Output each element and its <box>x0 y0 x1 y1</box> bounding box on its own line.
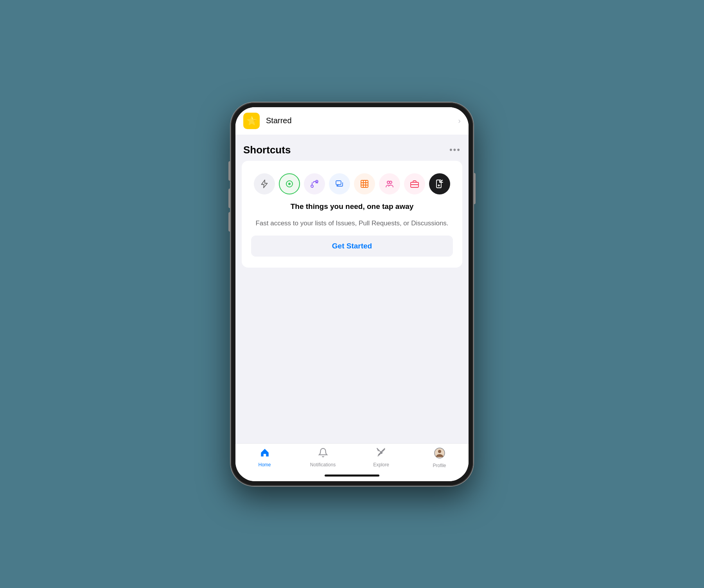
svg-rect-14 <box>436 180 441 188</box>
explore-tab-label: Explore <box>373 462 389 468</box>
shortcuts-header: Shortcuts ••• <box>235 141 469 161</box>
svg-rect-5 <box>361 180 368 187</box>
new-file-icon[interactable] <box>429 173 450 194</box>
tab-bar: Home Notifications <box>235 443 469 471</box>
lightning-icon[interactable] <box>254 173 275 194</box>
shortcuts-more-button[interactable]: ••• <box>449 145 461 155</box>
pull-request-icon[interactable] <box>304 173 325 194</box>
starred-label: Starred <box>266 116 452 125</box>
starred-section: ⭐ Starred › <box>235 107 469 135</box>
shortcuts-main-text: The things you need, one tap away <box>291 202 414 211</box>
notifications-icon <box>318 448 328 460</box>
organization-icon[interactable] <box>354 173 375 194</box>
svg-rect-4 <box>336 181 341 185</box>
profile-tab[interactable]: Profile <box>410 448 469 471</box>
svg-point-22 <box>438 450 441 453</box>
home-tab-label: Home <box>258 462 271 468</box>
people-icon[interactable] <box>379 173 400 194</box>
screen-content: ⭐ Starred › Shortcuts ••• <box>235 107 469 443</box>
circle-dot-icon[interactable] <box>279 173 300 194</box>
notifications-tab[interactable]: Notifications <box>294 448 352 471</box>
chevron-icon: › <box>458 116 461 125</box>
shortcuts-title: Shortcuts <box>243 144 291 156</box>
svg-point-1 <box>288 183 291 185</box>
svg-point-10 <box>387 181 390 183</box>
starred-icon: ⭐ <box>243 113 260 129</box>
phone-screen: ⭐ Starred › Shortcuts ••• <box>235 107 469 481</box>
svg-point-18 <box>380 451 382 453</box>
home-tab[interactable]: Home <box>235 448 294 471</box>
shortcuts-card: The things you need, one tap away Fast a… <box>242 161 462 268</box>
home-bar <box>235 471 469 481</box>
shortcuts-sub-text: Fast access to your lists of Issues, Pul… <box>255 219 448 228</box>
svg-point-11 <box>390 181 392 183</box>
home-indicator <box>325 475 379 477</box>
explore-tab[interactable]: Explore <box>352 448 410 471</box>
get-started-button[interactable]: Get Started <box>251 236 453 257</box>
notifications-tab-label: Notifications <box>310 462 336 468</box>
home-icon <box>260 448 270 460</box>
phone-frame: ⭐ Starred › Shortcuts ••• <box>231 102 473 486</box>
briefcase-icon[interactable] <box>404 173 425 194</box>
shortcuts-icons-row <box>254 173 450 194</box>
profile-avatar-icon <box>434 448 445 461</box>
starred-list-item[interactable]: ⭐ Starred › <box>235 107 469 135</box>
discussion-icon[interactable] <box>329 173 350 194</box>
profile-tab-label: Profile <box>433 463 446 468</box>
explore-icon <box>376 448 386 460</box>
